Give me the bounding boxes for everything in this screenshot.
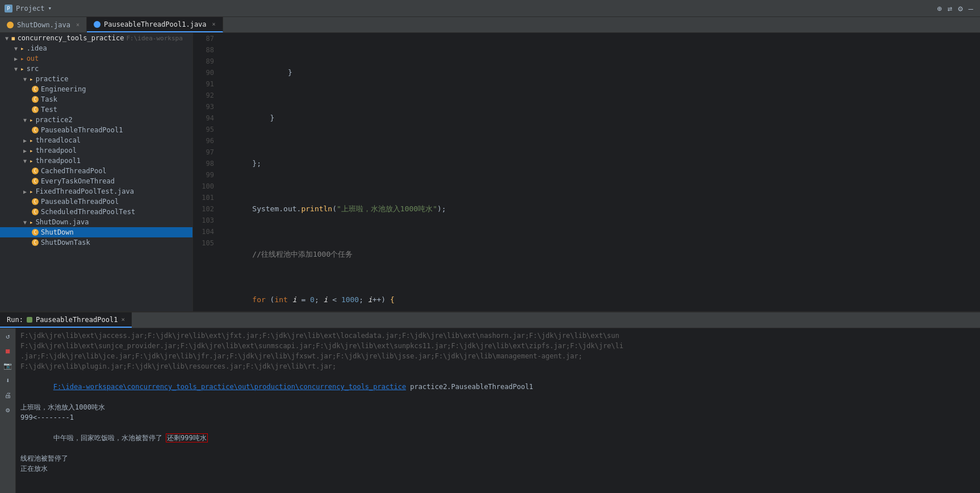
camera-btn[interactable]: 📷 [2,360,14,371]
code-line-92: for (int i = 0; i < 1000; i++) { [223,294,980,306]
minimize-icon[interactable]: — [969,4,973,13]
tab-pauseable-close[interactable]: × [212,21,216,27]
run-sidebar: ↺ ■ 📷 ⬇ 🖨 ⚙ [0,328,16,493]
sidebar-threadlocal[interactable]: ▸ threadlocal [0,135,192,145]
sidebar-ptp[interactable]: C PauseableThreadPool [0,197,192,207]
code-92-10: i [324,294,328,306]
console-link-text[interactable]: F:\idea-workspace\concurrency_tools_prac… [53,383,406,391]
code-container[interactable]: 87 88 89 90 91 92 93 94 95 96 97 98 99 1… [193,33,980,311]
sidebar-shutdowntask[interactable]: C ShutDownTask [0,237,192,248]
threadlocal-icon: ▸ [30,137,33,144]
out-icon: ▸ [20,55,24,62]
code-92-3: ( [266,294,275,306]
practice-label: practice [36,75,69,83]
sidebar-cached[interactable]: C CachedThreadPool [0,166,192,176]
code-91-content: //往线程池中添加1000个任务 [234,249,353,260]
console-classpath1: F:\jdk\jre\lib\ext\jaccess.jar;F:\jdk\jr… [20,331,975,341]
shutdown-label: ShutDown [41,228,74,236]
console-output4: 线程池被暂停了 [20,453,975,463]
line-numbers: 87 88 89 90 91 92 93 94 95 96 97 98 99 1… [193,33,219,311]
idea-label: .idea [27,44,47,52]
idea-arrow [11,45,20,52]
out-arrow [11,56,20,62]
root-folder-icon: ◼ [11,35,15,42]
src-label: src [27,65,39,73]
tab-shutdown[interactable]: ShutDown.java × [0,17,87,32]
sidebar-out[interactable]: ▸ out [0,53,192,64]
code-92-13: ; [359,294,368,306]
sidebar-task[interactable]: C Task [0,94,192,105]
sidebar-test[interactable]: C Test [0,105,192,115]
code-90-2: println [301,203,332,215]
sidebar-threadpool[interactable]: ▸ threadpool [0,145,192,156]
project-label: Project [16,5,45,12]
tab-shutdown-label: ShutDown.java [17,21,70,29]
src-icon: ▸ [20,65,24,73]
code-89-content: }; [234,158,261,169]
stop-btn[interactable]: ■ [2,345,14,357]
code-92-15: ++) [372,294,390,306]
code-line-90: System.out.println("上班啦，水池放入1000吨水"); [223,203,980,215]
sidebar-root[interactable]: ◼ concurrency_tools_practice F:\idea-wor… [0,33,192,43]
threadpool1-icon: ▸ [30,157,33,165]
ptp1-icon: C [32,127,39,133]
sidebar-shutdownjava[interactable]: ▸ ShutDown.java [0,217,192,227]
console-output3: 中午啦，回家吃饭啦，水池被暂停了 还剩999吨水 [20,423,975,453]
bottom-tabs: Run: PauseableThreadPool1 × [0,312,980,328]
sidebar-fixed[interactable]: ▸ FixedThreadPoolTest.java [0,186,192,197]
run-tab-close[interactable]: × [121,316,125,323]
root-label: concurrency_tools_practice [18,34,124,42]
shutdownjava-icon: ▸ [30,219,33,226]
console-link-suffix: practice2.PauseableThreadPool1 [406,383,533,391]
console-classpath3: .jar;F:\jdk\jre\lib\jce.jar;F:\jdk\jre\l… [20,351,975,361]
sidebar-every[interactable]: C EveryTaskOneThread [0,176,192,186]
main-content: ◼ concurrency_tools_practice F:\idea-wor… [0,33,980,311]
rerun-btn[interactable]: ↺ [2,331,14,342]
settings-icon[interactable]: ⚙ [958,4,962,13]
code-line-88: } [223,112,980,124]
console-link[interactable]: F:\idea-workspace\concurrency_tools_prac… [20,371,975,402]
code-content[interactable]: } } }; System.out.println("上班啦，水池放入1000吨 [219,33,980,311]
out-label: out [27,55,39,62]
scroll-end-btn[interactable]: ⬇ [2,375,14,386]
practice-arrow [20,76,30,82]
test-label: Test [41,106,57,114]
sidebar-practice[interactable]: ▸ practice [0,74,192,84]
console-output3-prefix: 中午啦，回家吃饭啦，水池被暂停了 [53,434,166,442]
tab-shutdown-close[interactable]: × [76,22,79,28]
code-92-2: for [252,294,265,306]
shutdowntask-label: ShutDownTask [41,239,90,246]
root-arrow [2,35,11,41]
print-btn[interactable]: 🖨 [2,390,14,401]
practice2-label: practice2 [36,116,73,124]
split-icon[interactable]: ⇄ [948,4,952,13]
console-output[interactable]: F:\jdk\jre\lib\ext\jaccess.jar;F:\jdk\jr… [16,328,980,493]
idea-icon: ▸ [20,45,24,52]
code-92-5 [288,294,292,306]
dropdown-arrow[interactable]: ▾ [48,5,52,12]
sidebar-src[interactable]: ▸ src [0,64,192,74]
code-92-14: i [368,294,372,306]
sidebar-shutdown[interactable]: C ShutDown [0,227,192,237]
sidebar-idea[interactable]: ▸ .idea [0,43,192,53]
sidebar: ◼ concurrency_tools_practice F:\idea-wor… [0,33,193,311]
sidebar-scheduled[interactable]: C ScheduledThreadPoolTest [0,207,192,217]
add-icon[interactable]: ⊕ [937,4,941,13]
sidebar-threadpool1[interactable]: ▸ threadpool1 [0,156,192,166]
run-tab[interactable]: Run: PauseableThreadPool1 × [0,312,132,328]
bottom-content: ↺ ■ 📷 ⬇ 🖨 ⚙ F:\jdk\jre\lib\ext\jaccess.j… [0,328,980,493]
settings2-btn[interactable]: ⚙ [2,404,14,416]
tabs-bar: ShutDown.java × PauseableThreadPool1.jav… [0,17,980,33]
sidebar-practice2[interactable]: ▸ practice2 [0,115,192,125]
code-line-87: } [223,67,980,78]
shutdownjava-label: ShutDown.java [36,218,89,226]
src-arrow [11,66,20,72]
code-87-content: } [234,67,292,78]
sidebar-ptp1[interactable]: C PauseableThreadPool1 [0,125,192,135]
engineering-icon: C [32,86,39,93]
threadpool-icon: ▸ [30,147,33,154]
cached-icon: C [32,168,39,174]
tab-pauseable[interactable]: PauseableThreadPool1.java × [87,17,223,32]
sidebar-engineering[interactable]: C Engineering [0,84,192,94]
code-92-16: { [390,294,395,306]
